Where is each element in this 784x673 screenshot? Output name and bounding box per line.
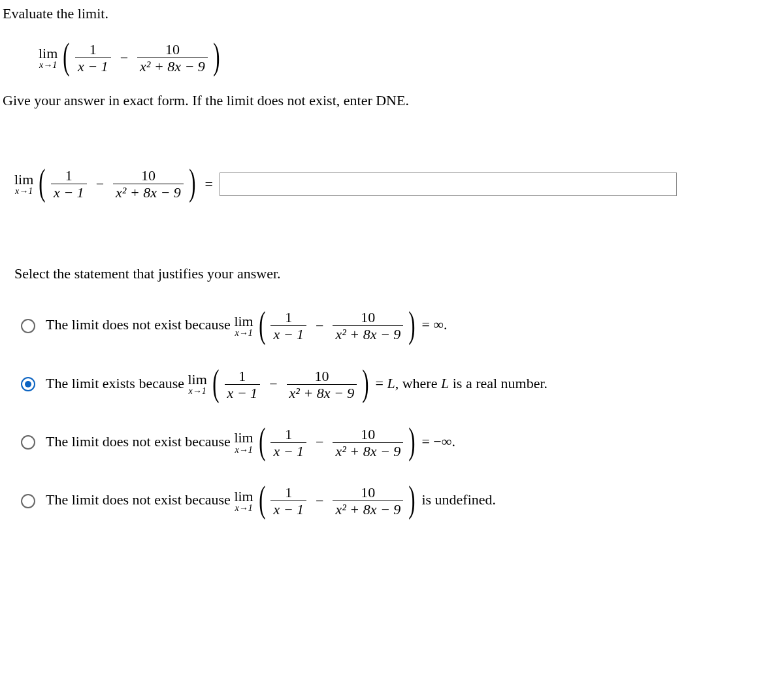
fraction-1: 1 x − 1 xyxy=(75,42,111,74)
left-paren: ( xyxy=(63,42,70,71)
right-paren: ) xyxy=(213,42,220,71)
option-b[interactable]: The limit exists because lim x→1 ( 1 x −… xyxy=(21,369,781,401)
option-a-label: The limit does not exist because lim x→1… xyxy=(46,310,448,342)
option-b-label: The limit exists because lim x→1 ( 1 x −… xyxy=(46,369,547,401)
option-c-label: The limit does not exist because lim x→1… xyxy=(46,427,455,459)
answer-input[interactable] xyxy=(220,172,677,196)
radio-a[interactable] xyxy=(21,319,35,333)
fraction-2: 10 x² + 8x − 9 xyxy=(137,42,208,74)
option-a[interactable]: The limit does not exist because lim x→1… xyxy=(21,310,781,342)
option-d-label: The limit does not exist because lim x→1… xyxy=(46,485,496,517)
instruction-text: Evaluate the limit. xyxy=(3,5,781,22)
radio-c[interactable] xyxy=(21,435,35,450)
options-group: The limit does not exist because lim x→1… xyxy=(21,310,781,517)
equals-sign: = xyxy=(205,176,213,193)
limit-expression: lim x→1 ( 1 x − 1 − 10 x² + 8x − 9 ) xyxy=(39,42,781,74)
option-d[interactable]: The limit does not exist because lim x→1… xyxy=(21,485,781,517)
radio-d[interactable] xyxy=(21,494,35,508)
minus-operator: − xyxy=(120,50,128,67)
justify-heading: Select the statement that justifies your… xyxy=(14,265,781,282)
limit-operator: lim x→1 xyxy=(39,46,57,71)
answer-lhs-expression: lim x→1 ( 1 x − 1 − 10 x² + 8x − 9 ) xyxy=(14,168,199,200)
radio-b[interactable] xyxy=(21,377,35,391)
option-c[interactable]: The limit does not exist because lim x→1… xyxy=(21,427,781,459)
hint-text: Give your answer in exact form. If the l… xyxy=(3,92,781,109)
